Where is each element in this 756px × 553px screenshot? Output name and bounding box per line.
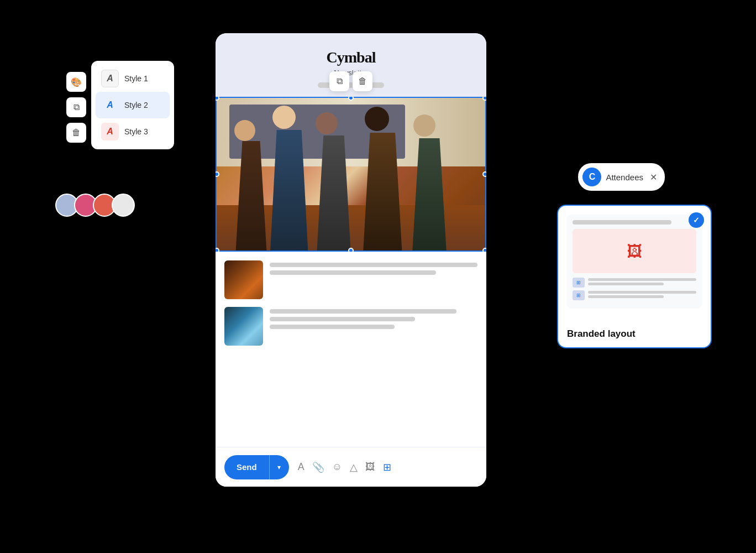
send-bar: Send ▾ A 📎 ☺ △ 🖼 ⊞ [216, 447, 486, 487]
lp-row-1: ⊞ [573, 278, 696, 288]
style-item-3[interactable]: A Style 3 [96, 118, 170, 145]
layout-preview: 🖼 ⊞ ⊞ [567, 215, 702, 309]
lp-image-icon: 🖼 [627, 242, 642, 260]
style-panel: A Style 1 A Style 2 A Style 3 [91, 61, 174, 149]
swatch-light[interactable] [112, 194, 135, 217]
branded-layout-card[interactable]: ✓ 🖼 ⊞ ⊞ [557, 205, 712, 348]
color-swatches [55, 194, 135, 217]
layout-icon[interactable]: ⊞ [383, 461, 391, 473]
style-letter-3: A [101, 123, 119, 140]
send-button-group: Send ▾ [224, 455, 289, 479]
style-name-2: Style 2 [124, 101, 148, 109]
email-body: ⧉ 🗑 [216, 97, 486, 362]
content-rows [216, 252, 486, 362]
lp-line-3 [588, 291, 696, 294]
image-block-wrapper[interactable]: ⧉ 🗑 [216, 97, 486, 252]
lp-row-2: ⊞ [573, 290, 696, 300]
branded-label: Branded layout [558, 323, 711, 347]
style-letter-1: A [101, 70, 119, 87]
lp-thumb-icon-2: ⊞ [576, 293, 581, 298]
head-2 [272, 106, 296, 129]
line-5 [270, 325, 395, 329]
branded-card-inner: ✓ 🖼 ⊞ ⊞ [558, 206, 711, 323]
email-preview-card: Cymbal Newsletter ⧉ 🗑 [216, 33, 486, 487]
main-scene: Cymbal Newsletter ⧉ 🗑 [0, 0, 756, 553]
content-row-1 [224, 260, 477, 299]
attendees-close-button[interactable]: ✕ [650, 172, 657, 182]
thumbnail-2 [224, 307, 263, 346]
lp-thumb-icon-1: ⊞ [576, 280, 581, 285]
lp-line-4 [588, 295, 664, 298]
style-name-1: Style 1 [124, 74, 148, 83]
style-item-2[interactable]: A Style 2 [96, 92, 170, 118]
send-button[interactable]: Send [224, 455, 269, 479]
conf-scene [216, 97, 486, 252]
lp-top-bar [573, 220, 671, 225]
format-text-icon[interactable]: A [298, 461, 305, 473]
lp-image-big: 🖼 [573, 229, 696, 273]
line-4 [270, 317, 415, 321]
row-lines-1 [270, 260, 477, 278]
attach-icon[interactable]: 📎 [312, 461, 324, 473]
style-item-1[interactable]: A Style 1 [96, 65, 170, 92]
row-lines-2 [270, 307, 477, 332]
copy-button[interactable]: ⧉ [329, 71, 349, 91]
image-toolbar: ⧉ 🗑 [329, 71, 372, 91]
lp-lines-1 [588, 278, 696, 287]
delete-button[interactable]: 🗑 [353, 71, 372, 91]
compose-toolbar: A 📎 ☺ △ 🖼 ⊞ [298, 461, 391, 473]
line-1 [270, 263, 477, 267]
delete-tool-button[interactable]: 🗑 [66, 123, 86, 143]
attendees-avatar: C [582, 168, 601, 186]
head-5 [413, 114, 435, 137]
lp-lines-2 [588, 291, 696, 300]
line-3 [270, 309, 456, 314]
branded-check-icon: ✓ [689, 212, 704, 228]
line-2 [270, 270, 436, 275]
image-icon[interactable]: 🖼 [365, 461, 375, 473]
head-4 [365, 107, 389, 131]
attendees-name: Attendees [606, 173, 643, 182]
link-icon[interactable]: △ [350, 461, 358, 473]
style-letter-2: A [101, 96, 119, 114]
lp-thumb-1: ⊞ [573, 278, 585, 288]
left-tools: 🎨 ⧉ 🗑 [66, 72, 86, 143]
content-row-2 [224, 307, 477, 346]
thumbnail-1 [224, 260, 263, 299]
copy-tool-button[interactable]: ⧉ [66, 97, 86, 117]
send-dropdown-button[interactable]: ▾ [269, 455, 289, 479]
email-logo: Cymbal [227, 49, 475, 66]
lp-thumb-2: ⊞ [573, 290, 585, 300]
emoji-icon[interactable]: ☺ [332, 461, 342, 473]
palette-button[interactable]: 🎨 [66, 72, 86, 92]
conference-image [216, 97, 486, 252]
lp-line-1 [588, 278, 696, 281]
style-name-3: Style 3 [124, 127, 148, 136]
attendees-tag: C Attendees ✕ [578, 163, 665, 191]
lp-line-2 [588, 283, 664, 285]
